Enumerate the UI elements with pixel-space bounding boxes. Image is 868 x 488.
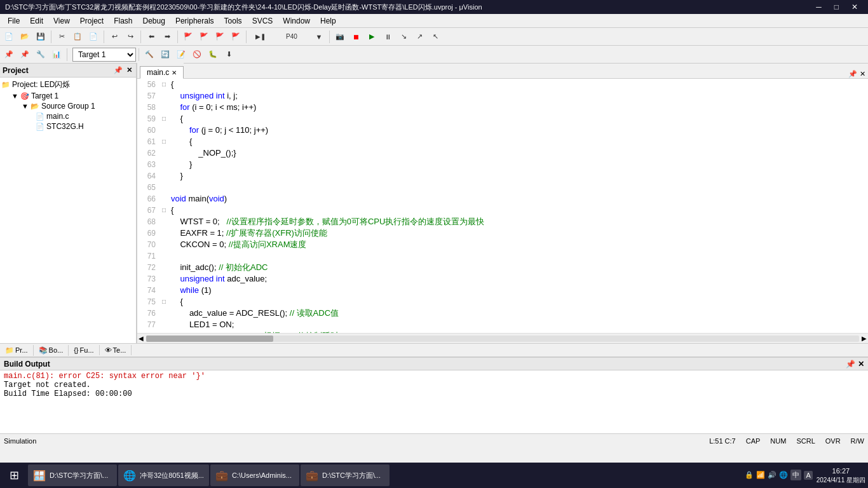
stepout-button[interactable]: ↖ — [428, 29, 443, 44]
tree-item-main_c[interactable]: 📄main.c — [1, 111, 135, 121]
run-button[interactable]: ▶ — [364, 29, 379, 44]
time-display: 16:27 — [817, 466, 865, 475]
tree-item-Source_Group_1[interactable]: ▼📂Source Group 1 — [1, 101, 135, 111]
menu-item-view[interactable]: View — [48, 15, 75, 27]
editor-close-button[interactable]: ✕ — [860, 70, 865, 78]
back-button[interactable]: ⬅ — [144, 29, 159, 44]
taskbar-item-D__STC____[interactable]: 💼D:\STC学习方面\... — [301, 464, 390, 486]
tb2-sep2 — [139, 48, 139, 61]
cpu-dropdown[interactable]: ▼ — [311, 29, 327, 44]
line-number: 62 — [137, 147, 159, 159]
build-output-pin-button[interactable]: 📌 — [846, 360, 855, 369]
caps-indicator: CAP — [746, 437, 761, 445]
menu-bar: FileEditViewProjectFlashDebugPeripherals… — [0, 14, 868, 28]
pause-button[interactable]: ⏸ — [380, 29, 395, 44]
close-button[interactable]: ✕ — [846, 3, 863, 11]
num-indicator: NUM — [770, 437, 786, 445]
build-output-close-button[interactable]: ✕ — [858, 360, 864, 369]
menu-item-edit[interactable]: Edit — [25, 15, 48, 27]
snapshot-button[interactable]: 📷 — [332, 29, 348, 44]
menu-item-help[interactable]: Help — [315, 15, 341, 27]
tb2-translate-btn[interactable]: 📝 — [173, 47, 189, 62]
taskbar-item-D__STC____[interactable]: 🪟D:\STC学习方面\... — [28, 464, 117, 486]
maximize-button[interactable]: □ — [829, 3, 844, 11]
redo-button[interactable]: ↪ — [123, 29, 138, 44]
tb2-download-btn[interactable]: ⬇ — [221, 47, 236, 62]
toolbar-sep-4 — [177, 30, 178, 43]
copy-button[interactable]: 📋 — [70, 29, 85, 44]
tray-security-icon: 🔒 — [745, 471, 754, 479]
tree-expand-icon — [32, 112, 34, 120]
line-code-text: EAXFR = 1; //扩展寄存器(XFR)访问使能 — [168, 227, 868, 239]
panel-pin-button[interactable]: 📌 — [112, 66, 124, 74]
bookmark4-button[interactable]: 🚩 — [228, 29, 243, 44]
menu-item-tools[interactable]: Tools — [219, 15, 247, 27]
cpu-select[interactable]: P40 — [273, 29, 311, 44]
cut-button[interactable]: ✂ — [54, 29, 69, 44]
tray-input-en[interactable]: A — [804, 471, 812, 480]
line-fold-icon[interactable]: □ — [159, 136, 168, 147]
tb2-rebuild-btn[interactable]: 🔄 — [158, 47, 173, 62]
tb2-btn1[interactable]: 📌 — [1, 47, 17, 62]
panel-tab-functions[interactable]: {} Fu... — [69, 345, 99, 355]
menu-item-window[interactable]: Window — [278, 15, 315, 27]
editor-hscrollbar[interactable]: ◀ ▶ — [137, 333, 868, 343]
minimize-button[interactable]: ─ — [811, 3, 827, 11]
editor-pin-button[interactable]: 📌 — [848, 70, 857, 78]
line-fold-icon[interactable]: □ — [159, 113, 168, 125]
tb2-build-btn[interactable]: 🔨 — [142, 47, 157, 62]
tree-item-STC32G_H[interactable]: 📄STC32G.H — [1, 121, 135, 132]
hscroll-track[interactable] — [146, 336, 859, 342]
menu-item-debug[interactable]: Debug — [138, 15, 170, 27]
tb2-btn3[interactable]: 🔧 — [33, 47, 48, 62]
code-editor[interactable]: 56□{57 unsigned int i, j;58 for (i = 0; … — [137, 79, 868, 333]
taskbar-item-C__Users_A[interactable]: 💼C:\Users\Adminis... — [210, 464, 299, 486]
taskbar-right: 🔒 📶 🔊 🌐 中 A 16:27 2024/4/11 星期四 — [745, 466, 865, 484]
step-button[interactable]: ↘ — [396, 29, 411, 44]
tb2-stop-btn[interactable]: 🚫 — [189, 47, 205, 62]
tb2-debug-btn[interactable]: 🐛 — [205, 47, 220, 62]
clock[interactable]: 16:27 2024/4/11 星期四 — [817, 466, 865, 484]
save-button[interactable]: 💾 — [33, 29, 48, 44]
panel-tab-books[interactable]: 📚 Bo... — [34, 345, 69, 356]
tab-close-button[interactable]: ✕ — [172, 69, 177, 76]
stepin-button[interactable]: ↗ — [412, 29, 427, 44]
tab-main-c[interactable]: main.c ✕ — [140, 66, 184, 79]
line-code-text: unsigned int i, j; — [168, 90, 868, 102]
rw-indicator: R/W — [851, 437, 864, 445]
menu-item-flash[interactable]: Flash — [109, 15, 137, 27]
tray-input-zh[interactable]: 中 — [790, 470, 801, 480]
open-button[interactable]: 📂 — [17, 29, 32, 44]
bookmark3-button[interactable]: 🚩 — [212, 29, 227, 44]
tb2-btn2[interactable]: 📌 — [17, 47, 32, 62]
new-file-button[interactable]: 📄 — [1, 29, 17, 44]
hscroll-right-button[interactable]: ▶ — [860, 335, 868, 342]
undo-button[interactable]: ↩ — [107, 29, 122, 44]
status-bar: Simulation L:51 C:7 CAP NUM SCRL OVR R/W — [0, 433, 868, 447]
forward-button[interactable]: ➡ — [159, 29, 175, 44]
line-fold-icon[interactable]: □ — [159, 79, 168, 90]
bookmark1-button[interactable]: 🚩 — [180, 29, 196, 44]
menu-item-peripherals[interactable]: Peripherals — [170, 15, 219, 27]
panel-close-button[interactable]: ✕ — [125, 66, 133, 74]
line-fold-icon[interactable]: □ — [159, 205, 168, 216]
line-code-text: init_adc(); // 初始化ADC — [168, 262, 868, 273]
stop-button[interactable]: ⏹ — [348, 29, 363, 44]
taskbar-item-__32_8051_[interactable]: 🌐冲哥32位8051视频... — [118, 464, 209, 486]
menu-item-svcs[interactable]: SVCS — [247, 15, 278, 27]
paste-button[interactable]: 📄 — [86, 29, 101, 44]
bookmark2-button[interactable]: 🚩 — [196, 29, 212, 44]
tb2-btn4[interactable]: 📊 — [49, 47, 64, 62]
panel-tab-project[interactable]: 📁 Pr... — [0, 345, 34, 356]
menu-item-file[interactable]: File — [3, 15, 25, 27]
panel-tab-templates[interactable]: 👁 Te... — [100, 345, 132, 355]
hscroll-thumb[interactable] — [146, 336, 273, 342]
hscroll-left-button[interactable]: ◀ — [137, 335, 145, 342]
target-select[interactable]: Target 1 — [72, 48, 136, 62]
run-to-button[interactable]: ▶❚ — [249, 29, 272, 44]
line-fold-icon[interactable]: □ — [159, 296, 168, 308]
start-button[interactable]: ⊞ — [3, 464, 25, 487]
tree-item-Target_1[interactable]: ▼🎯Target 1 — [1, 91, 135, 101]
tree-item-Project__LED__[interactable]: 📁Project: LED闪烁 — [1, 79, 135, 91]
menu-item-project[interactable]: Project — [75, 15, 109, 27]
